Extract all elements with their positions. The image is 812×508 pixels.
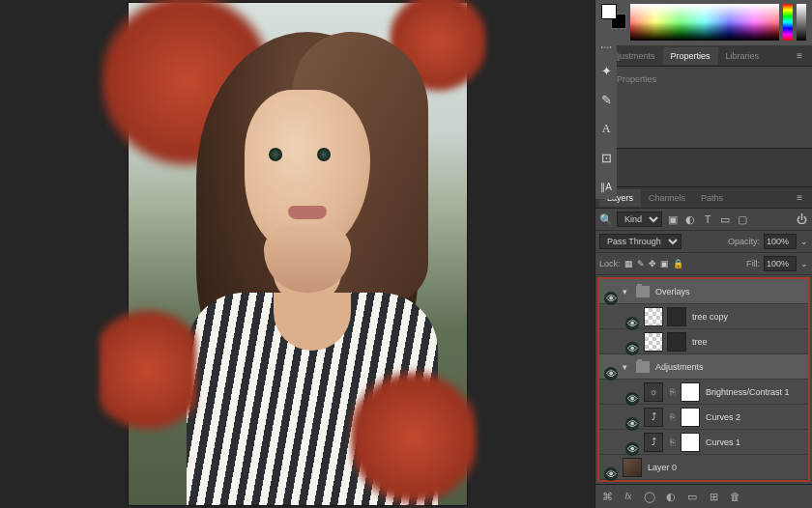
- layer-name[interactable]: Layer 0: [648, 463, 677, 472]
- hue-slider[interactable]: [783, 4, 793, 41]
- layer-name[interactable]: tree: [692, 337, 708, 347]
- new-group-icon[interactable]: ▭: [684, 489, 700, 504]
- mask-thumbnail[interactable]: [681, 433, 700, 452]
- layer-name[interactable]: Overlays: [655, 287, 690, 296]
- filter-kind-select[interactable]: Kind: [617, 212, 662, 227]
- portrait-lips: [288, 206, 327, 219]
- lock-all-icon[interactable]: 🔒: [673, 259, 683, 268]
- canvas[interactable]: [0, 0, 594, 508]
- search-icon[interactable]: 🔍: [599, 212, 613, 226]
- layer-name[interactable]: Curves 2: [706, 412, 740, 422]
- chevron-down-icon[interactable]: ▾: [623, 287, 632, 296]
- layer-name[interactable]: tree copy: [692, 312, 728, 322]
- layer-list: 👁 ▾ Overlays 👁 tree copy 👁: [599, 279, 808, 480]
- filter-toggle-icon[interactable]: ⏻: [795, 212, 808, 226]
- filter-pixel-icon[interactable]: ▣: [666, 212, 680, 226]
- tool-icon-2[interactable]: ✦: [597, 62, 615, 79]
- visibility-toggle-icon[interactable]: 👁: [604, 467, 618, 481]
- filter-adjust-icon[interactable]: ◐: [683, 212, 697, 226]
- chevron-down-icon[interactable]: ⌄: [800, 259, 808, 268]
- folder-icon: [636, 361, 650, 373]
- fill-label: Fill:: [746, 259, 760, 268]
- blend-opacity-row: Pass Through Opacity: ⌄: [595, 231, 812, 253]
- link-layers-icon[interactable]: ⌘: [599, 489, 615, 504]
- filter-type-icon[interactable]: T: [701, 212, 714, 226]
- panel-gap: [595, 149, 812, 187]
- visibility-toggle-icon[interactable]: 👁: [625, 342, 639, 355]
- layer-group-adjustments[interactable]: 👁 ▾ Adjustments: [599, 354, 808, 380]
- filter-shape-icon[interactable]: ▭: [718, 212, 732, 226]
- layer-thumbnail[interactable]: [644, 332, 663, 352]
- color-field[interactable]: [630, 4, 779, 41]
- brightness-slider[interactable]: [797, 4, 806, 41]
- visibility-toggle-icon[interactable]: 👁: [604, 367, 618, 381]
- visibility-toggle-icon[interactable]: 👁: [604, 292, 618, 305]
- add-mask-icon[interactable]: ◯: [642, 489, 657, 504]
- portrait-eye: [317, 148, 331, 161]
- filter-smart-icon[interactable]: ▢: [736, 212, 749, 226]
- smartobject-badge-icon: [667, 332, 686, 352]
- tab-properties[interactable]: Properties: [663, 47, 718, 65]
- right-dock: Adjustments Properties Libraries ≡ No Pr…: [594, 0, 812, 508]
- portrait-eye: [269, 148, 282, 161]
- mask-link-icon[interactable]: ⎘: [667, 437, 677, 447]
- layer-name[interactable]: Adjustments: [655, 362, 704, 372]
- document-image: [129, 3, 467, 505]
- layer-filter-row: 🔍 Kind ▣ ◐ T ▭ ▢ ⏻: [595, 209, 812, 231]
- tool-type-icon[interactable]: A: [597, 120, 615, 137]
- leaves-overlay: [351, 360, 477, 508]
- opacity-label: Opacity:: [728, 237, 760, 246]
- tab-paths[interactable]: Paths: [693, 189, 731, 207]
- new-adjustment-icon[interactable]: ◐: [663, 489, 679, 504]
- layer-curves-1[interactable]: 👁 ⤴ ⎘ Curves 1: [599, 430, 808, 455]
- blend-mode-select[interactable]: Pass Through: [599, 234, 682, 249]
- layers-footer: ⌘ fx ◯ ◐ ▭ ⊞ 🗑: [595, 484, 812, 508]
- tab-channels[interactable]: Channels: [641, 189, 693, 207]
- tab-libraries[interactable]: Libraries: [718, 47, 768, 65]
- visibility-toggle-icon[interactable]: 👁: [625, 442, 639, 456]
- fg-bg-swatches[interactable]: [601, 4, 626, 29]
- layer-thumbnail[interactable]: [644, 307, 663, 326]
- new-layer-icon[interactable]: ⊞: [706, 489, 721, 504]
- tool-icon-4[interactable]: ⊡: [597, 149, 615, 166]
- tool-paragraph-icon[interactable]: ∥A: [597, 178, 615, 195]
- lock-fill-row: Lock: ▦ ✎ ✥ ▣ 🔒 Fill: ⌄: [595, 253, 812, 275]
- layer-name[interactable]: Brightness/Contrast 1: [706, 387, 790, 397]
- lock-position-icon[interactable]: ✥: [649, 259, 656, 268]
- mask-thumbnail[interactable]: [681, 382, 700, 402]
- layer-curves-2[interactable]: 👁 ⤴ ⎘ Curves 2: [599, 405, 808, 430]
- chevron-down-icon[interactable]: ▾: [623, 362, 632, 372]
- chevron-down-icon[interactable]: ⌄: [800, 237, 808, 246]
- layers-highlight-box: 👁 ▾ Overlays 👁 tree copy 👁: [597, 277, 810, 482]
- panel-menu-icon[interactable]: ≡: [791, 192, 808, 203]
- lock-artboard-icon[interactable]: ▣: [660, 259, 669, 268]
- layer-group-overlays[interactable]: 👁 ▾ Overlays: [599, 279, 808, 304]
- layer-tree-copy[interactable]: 👁 tree copy: [599, 304, 808, 329]
- foreground-swatch[interactable]: [601, 4, 617, 19]
- panel-menu-icon[interactable]: ≡: [791, 50, 808, 61]
- color-panel: [595, 0, 812, 45]
- layer-thumbnail[interactable]: [623, 458, 642, 477]
- mask-thumbnail[interactable]: [681, 408, 700, 427]
- adjustment-icon: ⤴: [644, 433, 663, 452]
- lock-image-icon[interactable]: ✎: [637, 259, 645, 268]
- layers-panel: Layers Channels Paths ≡ 🔍 Kind ▣ ◐ T ▭ ▢…: [595, 187, 812, 508]
- layer-0[interactable]: 👁 Layer 0: [599, 455, 808, 480]
- fx-icon[interactable]: fx: [621, 489, 636, 504]
- mask-link-icon[interactable]: ⎘: [667, 387, 677, 397]
- visibility-toggle-icon[interactable]: 👁: [625, 317, 639, 330]
- delete-layer-icon[interactable]: 🗑: [727, 489, 742, 504]
- mask-link-icon[interactable]: ⎘: [667, 412, 677, 422]
- layer-brightness-contrast[interactable]: 👁 ☼ ⎘ Brightness/Contrast 1: [599, 380, 808, 405]
- visibility-toggle-icon[interactable]: 👁: [625, 392, 639, 406]
- opacity-input[interactable]: [764, 234, 797, 249]
- app-root: ▶ ⬚ ✦ ✎ A ⊡ ∥A: [0, 0, 812, 508]
- properties-tabs: Adjustments Properties Libraries ≡: [595, 45, 812, 67]
- layer-name[interactable]: Curves 1: [706, 437, 740, 447]
- lock-label: Lock:: [599, 259, 621, 268]
- layer-tree[interactable]: 👁 tree: [599, 329, 808, 354]
- tool-icon-3[interactable]: ✎: [597, 91, 615, 108]
- lock-transparent-icon[interactable]: ▦: [624, 259, 633, 268]
- fill-input[interactable]: [764, 256, 797, 271]
- visibility-toggle-icon[interactable]: 👁: [625, 417, 639, 431]
